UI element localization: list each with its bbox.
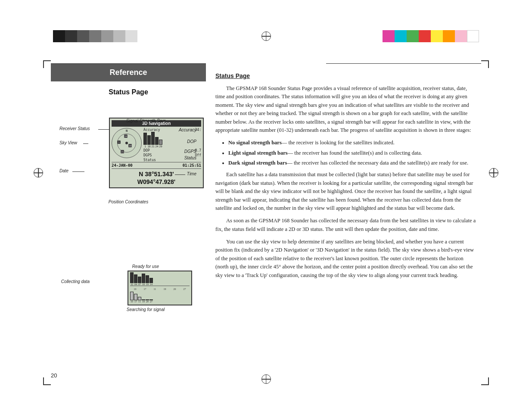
sig-num-3: 21 xyxy=(151,145,154,148)
s2-bot-g2: 17 xyxy=(134,294,137,303)
color-block-r6 xyxy=(443,30,455,42)
s2-bar-g4: 18 xyxy=(142,274,145,286)
bullet-label-2: Light signal strength bars xyxy=(228,150,288,156)
north-indicator: N xyxy=(126,129,128,133)
sig-bar-g3: 21 xyxy=(151,132,155,148)
sat-dot-3: 18 xyxy=(128,144,132,147)
s-num-mid-5: 20 xyxy=(173,288,176,290)
label-time: Time xyxy=(187,171,196,176)
label-sky-view: Sky View xyxy=(59,140,77,145)
second-diagram: Ready for use Collecting data 32 xyxy=(59,264,197,312)
sig-bar-g5: 29 xyxy=(159,140,162,148)
dop-label: DOP xyxy=(143,149,149,153)
s2-bar-3 xyxy=(138,277,141,283)
s2-num-6: 14 xyxy=(150,283,152,286)
left-status-page-title: Status Page xyxy=(51,88,206,96)
reference-banner: Reference xyxy=(51,64,206,81)
bullet-text-3: — the receiver has collected the necessa… xyxy=(287,160,468,166)
s2-bot-bar-2 xyxy=(134,294,137,300)
color-bars-right xyxy=(383,30,479,42)
sig-bar-g2: 18 xyxy=(147,135,151,148)
s2-num-4: 18 xyxy=(142,283,145,286)
sig-num-5: 29 xyxy=(159,145,162,148)
left-panel: Reference Status Page 3D Navigation N xyxy=(51,64,206,385)
color-block-4 xyxy=(89,30,101,42)
line-time xyxy=(175,174,185,175)
sky-view-center-dot xyxy=(125,142,128,144)
s-num-mid-6: 27 xyxy=(183,288,186,290)
sat-dot-1: 24 xyxy=(124,134,128,138)
sky-view: N 24 1 18 21 xyxy=(112,128,142,158)
s2-bot-num-2: 17 xyxy=(134,300,137,303)
s2-bar-g2: 04 xyxy=(134,274,137,286)
color-block-r5 xyxy=(431,30,443,42)
color-block-6 xyxy=(113,30,125,42)
label-position-coords: Position Coordinates xyxy=(59,199,197,204)
color-block-7 xyxy=(125,30,137,42)
sig-num-2: 18 xyxy=(147,145,150,148)
label-ready: Ready for use xyxy=(94,264,197,269)
sig-bar-3 xyxy=(151,132,155,145)
status-label: Status xyxy=(143,158,156,162)
corner-mark-tr xyxy=(481,60,489,68)
date-value: 24-JAN-00 xyxy=(112,163,133,168)
bullet-label-3: Dark signal strength bars xyxy=(228,160,287,166)
bullet-list: No signal strength bars— the receiver is… xyxy=(228,139,477,167)
s-num-mid-4: 19 xyxy=(163,288,166,290)
color-block-1 xyxy=(53,30,65,42)
s2-num-1: 32 xyxy=(131,283,133,286)
label-status: Status xyxy=(184,156,196,160)
gps-diagram: 3D Navigation N 24 1 18 21 xyxy=(59,105,197,312)
registration-mark-top xyxy=(261,31,271,41)
sig-bar-2 xyxy=(147,135,151,145)
bullet-label-1: No signal strength bars xyxy=(228,140,282,146)
color-block-r3 xyxy=(407,30,419,42)
accuracy-label: Accuracy xyxy=(143,128,160,132)
s2-bar-g3: 07 xyxy=(138,277,141,286)
coord-line-2: W094°47.928' xyxy=(112,178,201,186)
bars-top-row: 32 04 07 18 xyxy=(130,273,190,286)
bullet-text-2: — the receiver has found the satellite(s… xyxy=(288,150,422,156)
color-block-5 xyxy=(101,30,113,42)
sat-dot-4: 21 xyxy=(121,150,124,153)
label-searching: Searching for signal xyxy=(94,307,197,312)
s2-bot-g6: 27 xyxy=(149,299,153,303)
label-signal-bars: Signal Strength Bars xyxy=(126,118,166,123)
s2-bot-bar-3 xyxy=(138,297,141,300)
paragraph-3: As soon as the GPSMAP 168 Sounder has co… xyxy=(215,217,477,234)
registration-mark-left xyxy=(34,168,43,177)
s2-bar-g5: 19 xyxy=(146,275,149,286)
bullet-item-1: No signal strength bars— the receiver is… xyxy=(228,139,477,147)
s-num-mid-1: 10 xyxy=(134,288,137,290)
paragraph-4: You can use the sky view to help determi… xyxy=(215,238,477,280)
color-block-r1 xyxy=(383,30,395,42)
s2-bot-num-6: 27 xyxy=(150,300,152,303)
sig-num-4: 24 xyxy=(155,145,158,148)
s2-bar-5 xyxy=(146,275,149,283)
color-block-r2 xyxy=(395,30,407,42)
s2-bot-num-5: 20 xyxy=(146,300,149,303)
s2-bot-num-1: 10 xyxy=(131,300,133,303)
s2-bot-g1: 10 xyxy=(130,292,134,303)
right-panel: Status Page The GPSMAP 168 Sounder Statu… xyxy=(211,64,481,385)
sig-bar-g1: 1 xyxy=(143,133,147,148)
s2-bar-4 xyxy=(142,274,145,283)
sig-bar-g4: 24 xyxy=(155,137,159,148)
date-time-row: 24-JAN-00 01:25:51 xyxy=(112,162,201,169)
color-block-r7 xyxy=(455,30,467,42)
reference-label: Reference xyxy=(109,68,147,77)
color-block-r4 xyxy=(419,30,431,42)
label-dop: DOP xyxy=(187,139,196,144)
s2-bot-g4: 19 xyxy=(142,299,145,303)
page-number: 20 xyxy=(51,372,57,379)
registration-mark-right xyxy=(489,168,498,177)
s-num-mid-2: 17 xyxy=(144,288,146,290)
s2-num-3: 07 xyxy=(138,283,141,286)
s2-bar-2 xyxy=(134,274,137,283)
time-value: 01:25:51 xyxy=(183,163,201,168)
sig-bar-4 xyxy=(155,137,159,145)
s2-bar-g6: 14 xyxy=(149,278,153,286)
label-date: Date xyxy=(59,168,68,173)
paragraph-2: Each satellite has a data transmission t… xyxy=(215,171,477,212)
corner-mark-br xyxy=(481,377,489,385)
